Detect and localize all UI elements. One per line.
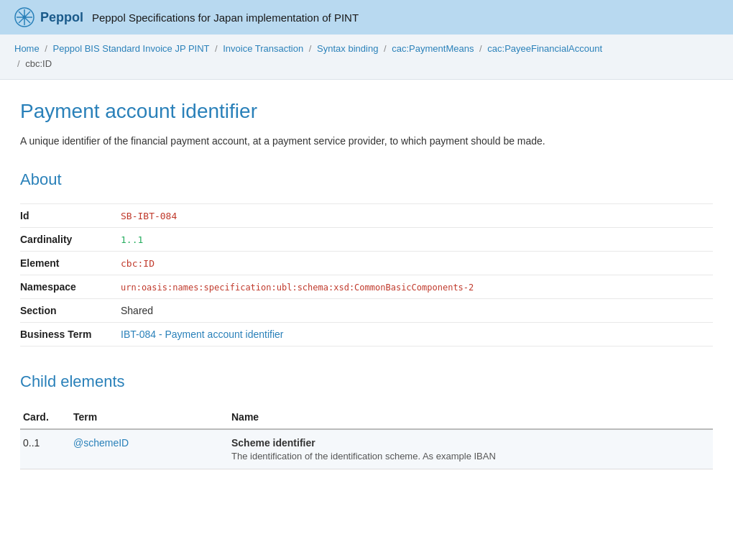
about-label-cardinality: Cardinality bbox=[20, 227, 121, 251]
business-term-link[interactable]: IBT-084 - Payment account identifier bbox=[121, 329, 283, 340]
about-row-namespace: Namespace urn:oasis:names:specification:… bbox=[20, 275, 713, 298]
col-header-term: Term bbox=[70, 405, 229, 429]
about-value-element: cbc:ID bbox=[121, 251, 713, 275]
breadcrumb-syntax[interactable]: Syntax binding bbox=[317, 43, 378, 54]
child-row-name: Scheme identifier The identification of … bbox=[229, 429, 713, 469]
breadcrumb-sep-4: / bbox=[384, 43, 387, 54]
about-row-section: Section Shared bbox=[20, 298, 713, 322]
breadcrumb-sep-1: / bbox=[45, 43, 47, 54]
page-title: Payment account identifier bbox=[20, 100, 713, 123]
about-value-cardinality: 1..1 bbox=[121, 227, 713, 251]
about-label-section: Section bbox=[20, 298, 121, 322]
about-row-element: Element cbc:ID bbox=[20, 251, 713, 275]
main-content: Payment account identifier A unique iden… bbox=[0, 80, 733, 498]
breadcrumb-paymentmeans[interactable]: cac:PaymentMeans bbox=[392, 43, 474, 54]
about-value-businessterm: IBT-084 - Payment account identifier bbox=[121, 322, 713, 346]
breadcrumb-sep-5: / bbox=[479, 43, 482, 54]
col-header-card: Card. bbox=[20, 405, 70, 429]
breadcrumb-sep-2: / bbox=[215, 43, 218, 54]
about-label-namespace: Namespace bbox=[20, 275, 121, 298]
col-header-name: Name bbox=[229, 405, 713, 429]
breadcrumb-invoice[interactable]: Invoice Transaction bbox=[223, 43, 303, 54]
about-row-businessterm: Business Term IBT-084 - Payment account … bbox=[20, 322, 713, 346]
breadcrumb-sep-3: / bbox=[309, 43, 312, 54]
about-label-element: Element bbox=[20, 251, 121, 275]
header: Peppol Peppol Specifications for Japan i… bbox=[0, 0, 733, 35]
child-row-desc: The identification of the identification… bbox=[231, 451, 704, 462]
breadcrumb-current: cbc:ID bbox=[25, 58, 52, 69]
logo-text: Peppol bbox=[40, 10, 83, 25]
breadcrumb-home[interactable]: Home bbox=[14, 43, 40, 54]
about-table: Id SB-IBT-084 Cardinality 1..1 Element c… bbox=[20, 203, 713, 346]
about-label-businessterm: Business Term bbox=[20, 322, 121, 346]
about-label-id: Id bbox=[20, 203, 121, 227]
child-term-link[interactable]: @schemeID bbox=[73, 437, 129, 449]
breadcrumb-payeefinancial[interactable]: cac:PayeeFinancialAccount bbox=[487, 43, 602, 54]
about-value-namespace: urn:oasis:names:specification:ubl:schema… bbox=[121, 275, 713, 298]
child-row-card: 0..1 bbox=[20, 429, 70, 469]
about-value-section: Shared bbox=[121, 298, 713, 322]
breadcrumb-bis[interactable]: Peppol BIS Standard Invoice JP PINT bbox=[53, 43, 210, 54]
breadcrumb: Home / Peppol BIS Standard Invoice JP PI… bbox=[0, 35, 733, 80]
svg-point-5 bbox=[23, 16, 27, 19]
peppol-icon bbox=[14, 7, 34, 27]
about-row-id: Id SB-IBT-084 bbox=[20, 203, 713, 227]
header-title: Peppol Specifications for Japan implemen… bbox=[92, 12, 359, 24]
child-table-row: 0..1 @schemeID Scheme identifier The ide… bbox=[20, 429, 713, 469]
about-row-cardinality: Cardinality 1..1 bbox=[20, 227, 713, 251]
child-table-header-row: Card. Term Name bbox=[20, 405, 713, 429]
page-description: A unique identifier of the financial pay… bbox=[20, 133, 713, 149]
breadcrumb-sep-6: / bbox=[17, 58, 20, 69]
child-row-term: @schemeID bbox=[70, 429, 229, 469]
logo-area: Peppol bbox=[14, 7, 83, 27]
child-elements-table: Card. Term Name 0..1 @schemeID Scheme id… bbox=[20, 405, 713, 469]
about-value-id: SB-IBT-084 bbox=[121, 203, 713, 227]
about-heading: About bbox=[20, 170, 713, 189]
child-row-name-text: Scheme identifier bbox=[231, 437, 315, 449]
child-elements-heading: Child elements bbox=[20, 372, 713, 391]
